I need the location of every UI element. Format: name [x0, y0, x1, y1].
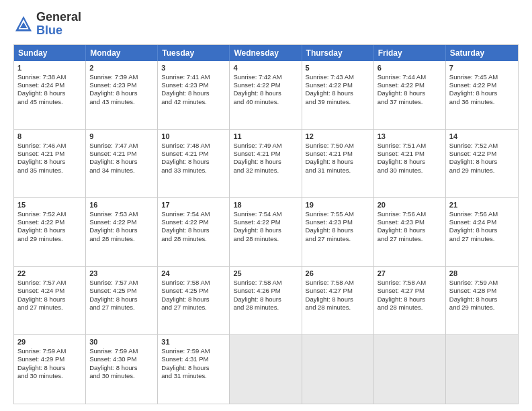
calendar-cell: 17Sunrise: 7:54 AM Sunset: 4:22 PM Dayli… [158, 198, 230, 266]
day-info: Sunrise: 7:57 AM Sunset: 4:24 PM Dayligh… [17, 279, 82, 312]
day-number: 26 [306, 269, 370, 277]
day-number: 12 [306, 132, 370, 140]
day-info: Sunrise: 7:56 AM Sunset: 4:23 PM Dayligh… [378, 210, 442, 243]
calendar-cell: 30Sunrise: 7:59 AM Sunset: 4:30 PM Dayli… [86, 335, 158, 404]
day-info: Sunrise: 7:50 AM Sunset: 4:21 PM Dayligh… [306, 142, 370, 175]
calendar-cell: 16Sunrise: 7:53 AM Sunset: 4:22 PM Dayli… [86, 198, 158, 266]
page: General Blue SundayMondayTuesdayWednesda… [0, 0, 532, 411]
calendar-cell [374, 335, 446, 404]
calendar-cell: 8Sunrise: 7:46 AM Sunset: 4:21 PM Daylig… [14, 130, 86, 197]
calendar-week-1: 1Sunrise: 7:38 AM Sunset: 4:24 PM Daylig… [14, 61, 518, 130]
calendar-cell: 22Sunrise: 7:57 AM Sunset: 4:24 PM Dayli… [14, 267, 86, 334]
calendar-cell: 6Sunrise: 7:44 AM Sunset: 4:22 PM Daylig… [374, 61, 446, 129]
day-number: 3 [161, 64, 226, 72]
calendar-cell [446, 335, 518, 404]
calendar-week-3: 15Sunrise: 7:52 AM Sunset: 4:22 PM Dayli… [14, 198, 518, 267]
day-info: Sunrise: 7:58 AM Sunset: 4:27 PM Dayligh… [306, 279, 370, 312]
day-info: Sunrise: 7:42 AM Sunset: 4:22 PM Dayligh… [233, 73, 298, 106]
day-number: 27 [378, 269, 442, 277]
day-number: 24 [161, 269, 226, 277]
calendar-cell: 11Sunrise: 7:49 AM Sunset: 4:21 PM Dayli… [230, 130, 302, 197]
day-number: 10 [161, 132, 226, 140]
day-info: Sunrise: 7:46 AM Sunset: 4:21 PM Dayligh… [17, 142, 82, 175]
day-number: 31 [161, 338, 226, 346]
calendar-cell: 10Sunrise: 7:48 AM Sunset: 4:21 PM Dayli… [158, 130, 230, 197]
calendar-cell: 9Sunrise: 7:47 AM Sunset: 4:21 PM Daylig… [86, 130, 158, 197]
day-info: Sunrise: 7:54 AM Sunset: 4:22 PM Dayligh… [161, 210, 226, 243]
day-info: Sunrise: 7:55 AM Sunset: 4:23 PM Dayligh… [306, 210, 370, 243]
day-info: Sunrise: 7:54 AM Sunset: 4:22 PM Dayligh… [233, 210, 298, 243]
day-number: 13 [378, 132, 442, 140]
day-number: 17 [161, 201, 226, 209]
calendar-cell: 12Sunrise: 7:50 AM Sunset: 4:21 PM Dayli… [302, 130, 374, 197]
calendar-cell: 13Sunrise: 7:51 AM Sunset: 4:21 PM Dayli… [374, 130, 446, 197]
day-info: Sunrise: 7:59 AM Sunset: 4:28 PM Dayligh… [449, 279, 515, 312]
day-info: Sunrise: 7:41 AM Sunset: 4:23 PM Dayligh… [161, 73, 226, 106]
day-number: 21 [449, 201, 515, 209]
day-info: Sunrise: 7:59 AM Sunset: 4:29 PM Dayligh… [17, 347, 82, 380]
calendar-week-4: 22Sunrise: 7:57 AM Sunset: 4:24 PM Dayli… [14, 267, 518, 335]
day-number: 20 [378, 201, 442, 209]
logo-text: General Blue [36, 11, 81, 38]
day-info: Sunrise: 7:39 AM Sunset: 4:23 PM Dayligh… [89, 73, 154, 106]
header-day-wednesday: Wednesday [230, 45, 302, 61]
day-info: Sunrise: 7:43 AM Sunset: 4:22 PM Dayligh… [306, 73, 370, 106]
calendar-cell: 27Sunrise: 7:58 AM Sunset: 4:27 PM Dayli… [374, 267, 446, 334]
day-info: Sunrise: 7:52 AM Sunset: 4:22 PM Dayligh… [17, 210, 82, 243]
day-info: Sunrise: 7:57 AM Sunset: 4:25 PM Dayligh… [89, 279, 154, 312]
calendar-cell: 7Sunrise: 7:45 AM Sunset: 4:22 PM Daylig… [446, 61, 518, 129]
calendar-body: 1Sunrise: 7:38 AM Sunset: 4:24 PM Daylig… [14, 61, 518, 404]
day-number: 6 [378, 64, 442, 72]
calendar-header: SundayMondayTuesdayWednesdayThursdayFrid… [14, 45, 518, 61]
header-day-friday: Friday [374, 45, 446, 61]
day-number: 22 [17, 269, 82, 277]
day-number: 18 [233, 201, 298, 209]
calendar-cell: 20Sunrise: 7:56 AM Sunset: 4:23 PM Dayli… [374, 198, 446, 266]
logo-icon [13, 14, 34, 34]
calendar-cell: 29Sunrise: 7:59 AM Sunset: 4:29 PM Dayli… [14, 335, 86, 404]
day-info: Sunrise: 7:47 AM Sunset: 4:21 PM Dayligh… [89, 142, 154, 175]
day-number: 2 [89, 64, 154, 72]
header-day-tuesday: Tuesday [158, 45, 230, 61]
header-day-sunday: Sunday [14, 45, 86, 61]
calendar-cell: 26Sunrise: 7:58 AM Sunset: 4:27 PM Dayli… [302, 267, 374, 334]
day-number: 1 [17, 64, 82, 72]
day-number: 14 [449, 132, 515, 140]
day-number: 11 [233, 132, 298, 140]
day-info: Sunrise: 7:44 AM Sunset: 4:22 PM Dayligh… [378, 73, 442, 106]
day-number: 19 [306, 201, 370, 209]
calendar-cell: 31Sunrise: 7:59 AM Sunset: 4:31 PM Dayli… [158, 335, 230, 404]
calendar-cell: 4Sunrise: 7:42 AM Sunset: 4:22 PM Daylig… [230, 61, 302, 129]
calendar-cell [302, 335, 374, 404]
calendar-cell: 21Sunrise: 7:56 AM Sunset: 4:24 PM Dayli… [446, 198, 518, 266]
day-info: Sunrise: 7:49 AM Sunset: 4:21 PM Dayligh… [233, 142, 298, 175]
calendar-cell: 28Sunrise: 7:59 AM Sunset: 4:28 PM Dayli… [446, 267, 518, 334]
day-number: 7 [449, 64, 515, 72]
day-info: Sunrise: 7:58 AM Sunset: 4:27 PM Dayligh… [378, 279, 442, 312]
header-day-saturday: Saturday [446, 45, 518, 61]
day-number: 15 [17, 201, 82, 209]
day-number: 29 [17, 338, 82, 346]
day-info: Sunrise: 7:38 AM Sunset: 4:24 PM Dayligh… [17, 73, 82, 106]
logo: General Blue [13, 11, 81, 38]
calendar-cell: 3Sunrise: 7:41 AM Sunset: 4:23 PM Daylig… [158, 61, 230, 129]
day-info: Sunrise: 7:59 AM Sunset: 4:30 PM Dayligh… [89, 347, 154, 380]
calendar-cell: 25Sunrise: 7:58 AM Sunset: 4:26 PM Dayli… [230, 267, 302, 334]
calendar-cell [230, 335, 302, 404]
header-day-monday: Monday [86, 45, 158, 61]
calendar-cell: 23Sunrise: 7:57 AM Sunset: 4:25 PM Dayli… [86, 267, 158, 334]
calendar-week-2: 8Sunrise: 7:46 AM Sunset: 4:21 PM Daylig… [14, 130, 518, 198]
day-number: 9 [89, 132, 154, 140]
day-number: 23 [89, 269, 154, 277]
calendar-cell: 14Sunrise: 7:52 AM Sunset: 4:22 PM Dayli… [446, 130, 518, 197]
calendar-cell: 2Sunrise: 7:39 AM Sunset: 4:23 PM Daylig… [86, 61, 158, 129]
day-number: 4 [233, 64, 298, 72]
day-number: 16 [89, 201, 154, 209]
day-info: Sunrise: 7:59 AM Sunset: 4:31 PM Dayligh… [161, 347, 226, 380]
day-number: 8 [17, 132, 82, 140]
header: General Blue [13, 11, 519, 38]
calendar-cell: 19Sunrise: 7:55 AM Sunset: 4:23 PM Dayli… [302, 198, 374, 266]
calendar-cell: 5Sunrise: 7:43 AM Sunset: 4:22 PM Daylig… [302, 61, 374, 129]
calendar-cell: 24Sunrise: 7:58 AM Sunset: 4:25 PM Dayli… [158, 267, 230, 334]
day-number: 30 [89, 338, 154, 346]
